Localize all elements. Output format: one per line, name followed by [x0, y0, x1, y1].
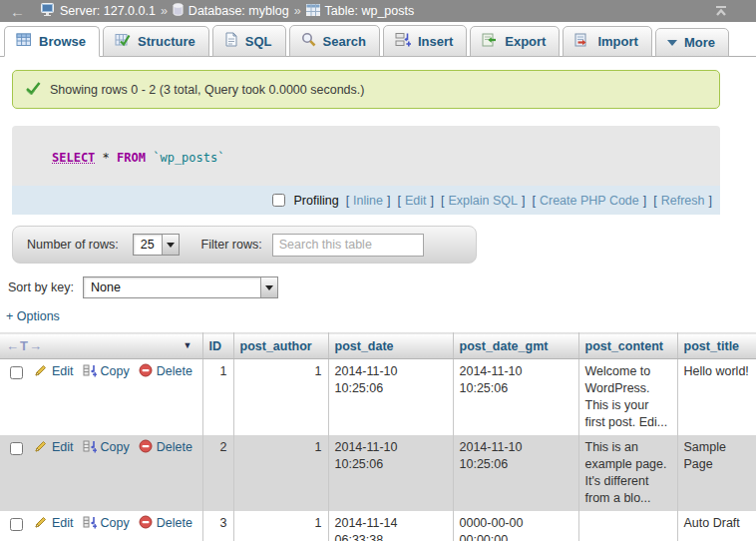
create-php-code-link[interactable]: Create PHP Code [540, 194, 639, 208]
tab-sql[interactable]: SQL [212, 25, 286, 57]
breadcrumb-server[interactable]: Server: 127.0.0.1 [41, 3, 156, 19]
cell-post-author: 1 [233, 511, 328, 541]
copy-row-icon [83, 363, 97, 377]
explain-sql-link-group: [Explain SQL] [441, 194, 525, 208]
options-row: + Options [6, 309, 756, 323]
import-icon [574, 33, 590, 50]
explain-sql-link[interactable]: Explain SQL [448, 194, 517, 208]
breadcrumb-separator: » [294, 4, 301, 18]
column-header-post-author[interactable]: post_author [233, 333, 328, 359]
cell-post-title: Hello world! [677, 359, 756, 436]
edit-query-link[interactable]: Edit [405, 194, 427, 208]
tab-import[interactable]: Import [563, 26, 651, 57]
column-header-post-date-gmt[interactable]: post_date_gmt [453, 333, 578, 359]
tab-browse[interactable]: Browse [4, 26, 100, 57]
column-header-post-content[interactable]: post_content [578, 333, 677, 359]
tab-export[interactable]: Export [470, 26, 560, 57]
tab-insert[interactable]: Insert [383, 25, 467, 57]
collapse-panel-icon[interactable] [714, 5, 728, 17]
column-header-id[interactable]: ID [202, 333, 233, 359]
breadcrumb-label: Table: wp_posts [325, 4, 415, 18]
sql-query-text: SELECT * FROM `wp_posts` [12, 126, 720, 186]
table-row: EditCopyDelete 1 1 2014-11-10 10:25:06 2… [0, 359, 756, 436]
tab-more[interactable]: More [655, 28, 729, 57]
refresh-link[interactable]: Refresh [661, 194, 705, 208]
filter-rows-label: Filter rows: [201, 238, 262, 252]
breadcrumb-label: Database: myblog [189, 4, 289, 18]
breadcrumb-bar: ← Server: 127.0.0.1 » Database: myblog »… [0, 0, 756, 22]
pencil-icon [34, 515, 48, 529]
breadcrumb-label: Server: 127.0.0.1 [60, 4, 156, 18]
server-icon [41, 3, 55, 19]
copy-row-action[interactable]: Copy [83, 516, 130, 530]
copy-row-action[interactable]: Copy [83, 364, 130, 378]
table-row: EditCopyDelete 2 1 2014-11-10 10:25:06 2… [0, 435, 756, 511]
sort-by-key-label: Sort by key: [8, 280, 74, 294]
success-check-icon [25, 81, 41, 98]
number-of-rows-label: Number of rows: [27, 238, 119, 252]
tab-label: Browse [39, 34, 86, 49]
cell-post-author: 1 [233, 359, 328, 436]
transpose-controls-icon[interactable]: ←T→ [6, 338, 43, 353]
cell-post-author: 1 [233, 435, 328, 511]
sort-by-key-select[interactable]: None [83, 276, 278, 298]
back-icon[interactable]: ← [10, 3, 25, 20]
browse-table-icon [16, 33, 32, 50]
select-arrow-button[interactable] [162, 235, 179, 255]
inline-link[interactable]: Inline [353, 194, 383, 208]
column-header-post-date[interactable]: post_date [328, 333, 453, 359]
tab-label: Structure [138, 34, 195, 49]
copy-row-action[interactable]: Copy [83, 440, 130, 454]
row-checkbox[interactable] [10, 518, 23, 531]
number-of-rows-select[interactable]: 25 [133, 234, 180, 256]
sql-star: * [103, 151, 110, 165]
tab-structure[interactable]: Structure [103, 26, 209, 57]
column-header-post-title[interactable]: post_title [677, 333, 756, 359]
sort-by-key-row: Sort by key: None [8, 276, 756, 298]
edit-row-action[interactable]: Edit [34, 440, 74, 454]
edit-row-action[interactable]: Edit [34, 364, 74, 378]
delete-row-action[interactable]: Delete [139, 516, 192, 530]
pencil-icon [34, 439, 48, 453]
refresh-link-group: [Refresh] [653, 194, 712, 208]
options-toggle-link[interactable]: + Options [6, 309, 60, 323]
cell-post-date: 2014-11-10 10:25:06 [328, 435, 453, 511]
breadcrumb-table[interactable]: Table: wp_posts [306, 4, 415, 19]
row-controls-panel: Number of rows: 25 Filter rows: [12, 226, 477, 264]
filter-rows-input[interactable] [272, 234, 424, 257]
inline-link-group: [Inline] [346, 194, 391, 208]
breadcrumb-database[interactable]: Database: myblog [173, 3, 289, 19]
cell-post-content: This is an example page. It's different … [578, 435, 677, 511]
cell-id: 1 [202, 359, 233, 436]
sort-by-key-value: None [84, 277, 260, 297]
edit-link-group: [Edit] [397, 194, 434, 208]
cell-post-date-gmt: 2014-11-10 10:25:06 [453, 359, 578, 436]
table-icon [306, 4, 320, 19]
delete-row-action[interactable]: Delete [139, 440, 192, 454]
column-options-arrow-icon[interactable]: ▼ [184, 340, 192, 350]
cell-post-date: 2014-11-10 10:25:06 [328, 359, 453, 436]
sql-query-box: SELECT * FROM `wp_posts` Profiling [Inli… [12, 126, 720, 215]
cell-id: 2 [202, 435, 233, 511]
status-message-text: Showing rows 0 - 2 (3 total, Query took … [50, 83, 364, 97]
sql-table-identifier: `wp_posts` [153, 151, 224, 165]
status-message: Showing rows 0 - 2 (3 total, Query took … [12, 70, 720, 109]
table-row: EditCopyDelete 3 1 2014-11-14 06:33:38 0… [0, 511, 756, 541]
cell-id: 3 [202, 511, 233, 541]
edit-row-action[interactable]: Edit [34, 516, 74, 530]
sql-toolbar: Profiling [Inline] [Edit] [Explain SQL] … [12, 186, 720, 215]
cell-post-title: Sample Page [677, 435, 756, 511]
delete-row-action[interactable]: Delete [139, 364, 192, 378]
cell-post-content: Welcome to WordPress. This is your first… [578, 359, 677, 436]
profiling-checkbox[interactable] [272, 194, 285, 207]
delete-minus-icon [139, 363, 153, 377]
cell-post-date-gmt: 0000-00-00 00:00:00 [453, 511, 578, 541]
breadcrumb-separator: » [161, 4, 168, 18]
row-checkbox[interactable] [10, 366, 23, 379]
tab-label: Import [597, 34, 637, 49]
row-checkbox[interactable] [10, 442, 23, 455]
copy-row-icon [83, 515, 97, 529]
tab-search[interactable]: Search [289, 25, 380, 57]
profiling-label: Profiling [293, 194, 338, 208]
select-arrow-button[interactable] [260, 277, 277, 297]
